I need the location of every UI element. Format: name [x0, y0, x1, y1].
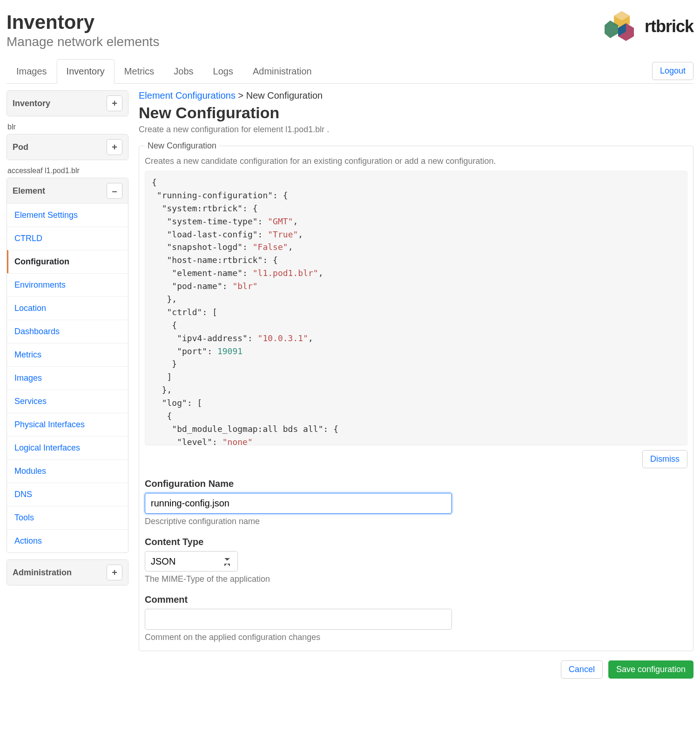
sidebar-context-label: blr: [7, 123, 128, 131]
content-heading: New Configuration: [139, 104, 693, 122]
brand-logo: rtbrick: [605, 10, 693, 43]
rtbrick-cube-icon: [605, 10, 639, 43]
expand-icon[interactable]: +: [107, 139, 122, 155]
fieldset-description: Creates a new candidate configuration fo…: [145, 156, 687, 166]
new-config-fieldset: New Configuration Creates a new candidat…: [139, 141, 693, 651]
config-name-label: Configuration Name: [145, 478, 687, 489]
tab-administration[interactable]: Administration: [243, 59, 322, 84]
collapse-icon[interactable]: –: [107, 183, 122, 199]
sidebar-item-environments[interactable]: Environments: [7, 273, 128, 296]
sidebar-group-administration: Administration+: [7, 559, 128, 586]
sidebar-item-physical-interfaces[interactable]: Physical Interfaces: [7, 413, 128, 436]
dismiss-button[interactable]: Dismiss: [642, 450, 687, 468]
sidebar-item-configuration[interactable]: Configuration: [7, 250, 128, 273]
breadcrumb-current: New Configuration: [246, 90, 323, 101]
sidebar-item-ctrld[interactable]: CTRLD: [7, 227, 128, 250]
config-name-help: Descriptive configuration name: [145, 517, 687, 526]
sidebar-item-actions[interactable]: Actions: [7, 529, 128, 552]
sidebar-header-pod[interactable]: Pod+: [7, 135, 128, 160]
save-configuration-button[interactable]: Save configuration: [608, 660, 693, 679]
brand-text: rtbrick: [645, 17, 693, 36]
content-type-select[interactable]: JSON: [145, 551, 238, 572]
breadcrumb: Element Configurations > New Configurati…: [139, 90, 693, 101]
logout-button[interactable]: Logout: [652, 62, 693, 80]
comment-help: Comment on the applied configuration cha…: [145, 633, 687, 642]
sidebar-item-dashboards[interactable]: Dashboards: [7, 320, 128, 343]
sidebar-item-images[interactable]: Images: [7, 366, 128, 390]
sidebar-item-services[interactable]: Services: [7, 390, 128, 413]
fieldset-legend: New Configuration: [145, 141, 219, 151]
content-type-help: The MIME-Type of the application: [145, 574, 687, 584]
sidebar-item-metrics[interactable]: Metrics: [7, 343, 128, 366]
tab-images[interactable]: Images: [7, 59, 57, 84]
content-type-label: Content Type: [145, 537, 687, 547]
config-name-input[interactable]: [145, 493, 452, 514]
sidebar-header-element[interactable]: Element–: [7, 178, 128, 203]
tab-inventory[interactable]: Inventory: [57, 59, 114, 84]
comment-input[interactable]: [145, 609, 452, 630]
sidebar-header-administration[interactable]: Administration+: [7, 560, 128, 585]
page-title: Inventory: [7, 11, 159, 34]
tab-jobs[interactable]: Jobs: [164, 59, 203, 84]
cancel-button[interactable]: Cancel: [561, 660, 603, 679]
sidebar-context-label: accessleaf l1.pod1.blr: [7, 167, 128, 175]
sidebar-item-dns[interactable]: DNS: [7, 483, 128, 506]
sidebar-item-location[interactable]: Location: [7, 296, 128, 320]
sidebar-group-pod: Pod+: [7, 134, 128, 160]
page-subtitle: Manage network elements: [7, 34, 159, 49]
breadcrumb-link[interactable]: Element Configurations: [139, 90, 236, 101]
tab-metrics[interactable]: Metrics: [114, 59, 164, 84]
content-subtext: Create a new configuration for element l…: [139, 125, 693, 135]
tab-logs[interactable]: Logs: [203, 59, 243, 84]
sidebar-group-element: Element–Element SettingsCTRLDConfigurati…: [7, 178, 128, 553]
expand-icon[interactable]: +: [107, 565, 122, 580]
config-json-editor[interactable]: { "running-configuration": { "system:rtb…: [145, 171, 687, 445]
sidebar-item-tools[interactable]: Tools: [7, 506, 128, 529]
comment-label: Comment: [145, 594, 687, 605]
sidebar-item-element-settings[interactable]: Element Settings: [7, 203, 128, 227]
sidebar-group-inventory: Inventory+: [7, 90, 128, 116]
sidebar-item-modules[interactable]: Modules: [7, 459, 128, 483]
expand-icon[interactable]: +: [107, 95, 122, 111]
sidebar-header-inventory[interactable]: Inventory+: [7, 91, 128, 116]
sidebar-item-logical-interfaces[interactable]: Logical Interfaces: [7, 436, 128, 459]
